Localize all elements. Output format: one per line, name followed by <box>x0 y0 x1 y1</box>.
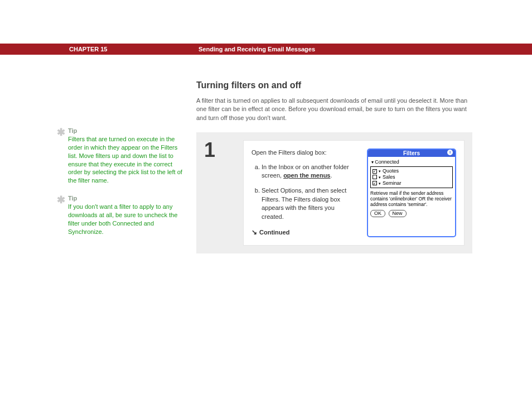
substep-a: In the Inbox or on another folder screen… <box>262 163 358 180</box>
dialog-title: Filters <box>403 150 420 156</box>
step-number: 1 <box>204 140 238 246</box>
filter-row: ✓ Quotes <box>373 168 451 174</box>
section-heading: Turning filters on and off <box>196 80 499 90</box>
main-content: Turning filters on and off A filter that… <box>196 80 499 253</box>
asterisk-icon: ✱ <box>57 127 68 185</box>
sidebar: ✱ Tip Filters that are turned on execute… <box>57 80 196 253</box>
step-content: Open the Filters dialog box: In the Inbo… <box>243 140 465 246</box>
chapter-header: CHAPTER 15 Sending and Receiving Email M… <box>0 44 532 55</box>
step-instruction: Open the Filters dialog box: <box>252 148 358 157</box>
filter-picklist[interactable] <box>379 180 381 186</box>
dialog-titlebar: Filters i <box>368 150 455 157</box>
filter-picklist[interactable] <box>379 168 381 174</box>
filter-checkbox[interactable]: ✓ <box>373 169 377 174</box>
info-icon[interactable]: i <box>447 150 453 155</box>
tip-block: ✱ Tip Filters that are turned on execute… <box>57 127 185 185</box>
filter-checkbox[interactable]: ✓ <box>373 181 377 185</box>
filter-description: Retrieve mail if the sender address cont… <box>370 190 453 208</box>
chapter-title: Sending and Receiving Email Messages <box>199 46 315 52</box>
ok-button[interactable]: OK <box>370 210 385 217</box>
tip-text: If you don't want a filter to apply to a… <box>68 203 185 236</box>
new-button[interactable]: New <box>389 210 407 217</box>
continue-arrow-icon: ↘ <box>252 228 257 236</box>
chapter-label: CHAPTER 15 <box>69 46 199 52</box>
open-menus-link[interactable]: open the menus <box>283 172 330 179</box>
asterisk-icon: ✱ <box>57 195 68 236</box>
step-container: 1 Open the Filters dialog box: In the In… <box>196 132 472 253</box>
tip-block: ✱ Tip If you don't want a filter to appl… <box>57 195 185 236</box>
intro-paragraph: A filter that is turned on applies to al… <box>196 97 470 122</box>
filter-checkbox[interactable] <box>373 175 377 179</box>
filter-name: Sales <box>383 174 395 180</box>
continued-label: Continued <box>259 229 289 236</box>
filter-picklist[interactable] <box>379 174 381 180</box>
substep-b: Select Options, and then select Filters.… <box>262 186 358 221</box>
filter-name: Seminar <box>383 180 402 186</box>
filter-row: Sales <box>373 174 451 180</box>
continued-indicator: ↘Continued <box>252 228 358 237</box>
tip-text: Filters that are turned on execute in th… <box>68 135 185 185</box>
filter-name: Quotes <box>383 168 399 174</box>
tip-label: Tip <box>68 195 185 202</box>
filters-list: ✓ Quotes Sales ✓ <box>370 166 453 188</box>
tip-label: Tip <box>68 127 185 134</box>
filter-row: ✓ Seminar <box>373 180 451 186</box>
filters-dialog: Filters i Connected ✓ Quotes <box>367 148 456 237</box>
mode-dropdown[interactable]: Connected <box>370 159 453 166</box>
